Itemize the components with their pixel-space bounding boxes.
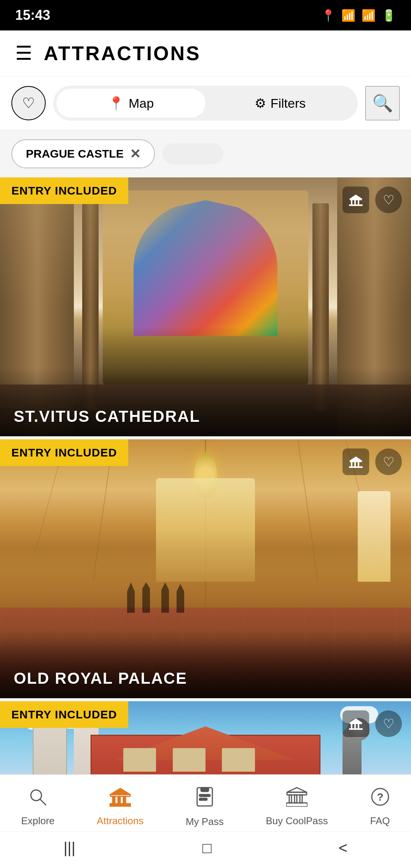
filter-sliders-icon: ⚙ [255,96,266,111]
page-title: ATTRACTIONS [44,42,201,65]
svg-marker-11 [349,456,363,461]
entry-badge: ENTRY INCLUDED [0,439,128,466]
filters-button[interactable]: ⚙ Filters [206,89,355,118]
svg-rect-33 [295,795,297,803]
svg-rect-12 [350,723,362,724]
svg-rect-0 [350,199,362,200]
signal-icon: 📶 [362,9,376,22]
buycoolpass-icon [286,787,307,811]
status-bar: 15:43 📍 📶 📶 🔋 [0,0,411,30]
svg-rect-31 [286,803,307,807]
back-button[interactable]: < [339,839,347,857]
location-icon: 📍 [321,9,335,22]
svg-rect-23 [118,796,120,804]
svg-rect-9 [354,462,356,466]
explore-icon [28,787,48,811]
map-label: Map [129,96,154,111]
card-overlay: OLD ROYAL PALACE [0,630,411,698]
filter-tag-label: PRAGUE CASTLE [26,147,124,160]
attraction-card-old-royal-palace[interactable]: ENTRY INCLUDED ♡ OLD ROYAL PALACE [0,439,411,698]
nav-item-buycoolpass[interactable]: Buy CoolPass [258,783,335,831]
nav-item-attractions[interactable]: Attractions [89,783,151,831]
svg-rect-10 [358,462,359,466]
map-pin-icon: 📍 [108,96,124,111]
header: ☰ ATTRACTIONS [0,30,411,77]
battery-icon: 🔋 [382,9,396,22]
svg-rect-3 [354,200,356,204]
nav-label-explore: Explore [21,815,54,827]
nav-label-attractions: Attractions [97,815,143,827]
nav-item-faq[interactable]: ? FAQ [363,783,398,831]
svg-rect-16 [358,724,359,728]
svg-rect-14 [351,724,352,728]
svg-text:?: ? [377,791,383,803]
svg-rect-8 [351,462,352,466]
nav-item-explore[interactable]: Explore [13,783,62,831]
nav-label-mypass: My Pass [186,816,224,828]
heart-icon: ♡ [22,95,35,112]
svg-rect-6 [350,461,362,462]
system-nav-bar: ||| □ < [0,831,411,868]
menu-button[interactable]: ☰ [15,44,32,63]
svg-marker-17 [349,718,363,723]
filters-label: Filters [271,96,306,111]
svg-point-18 [31,790,41,801]
card-title: ST.VITUS CATHEDRAL [14,407,200,426]
cards-container: ENTRY INCLUDED ♡ ST.VITUS CATHEDRAL [0,177,411,868]
svg-marker-35 [287,788,307,792]
svg-rect-29 [199,798,207,800]
filter-tag-remove-button[interactable]: ✕ [130,146,140,161]
svg-rect-34 [300,795,302,803]
card-favorite-button[interactable]: ♡ [375,710,402,737]
nav-item-mypass[interactable]: My Pass [178,782,231,831]
svg-rect-24 [123,796,126,804]
card-actions: ♡ [342,448,402,475]
card-favorite-button[interactable]: ♡ [375,448,402,475]
svg-rect-22 [113,796,115,804]
svg-line-19 [40,799,46,805]
entry-badge: ENTRY INCLUDED [0,177,128,204]
svg-rect-13 [349,728,363,730]
home-button[interactable]: □ [202,839,212,857]
map-button[interactable]: 📍 Map [56,89,206,118]
svg-rect-7 [349,466,363,468]
nav-label-buycoolpass: Buy CoolPass [266,815,328,827]
nav-label-faq: FAQ [370,815,390,827]
entry-badge: ENTRY INCLUDED [0,701,128,728]
mypass-icon [196,786,214,812]
museum-icon[interactable] [342,710,369,737]
svg-rect-28 [199,795,210,796]
recent-apps-button[interactable]: ||| [64,839,75,857]
svg-marker-25 [110,788,130,795]
card-actions: ♡ [342,187,402,213]
svg-rect-27 [201,788,209,791]
card-title: OLD ROYAL PALACE [14,669,187,688]
attraction-card-st-vitus[interactable]: ENTRY INCLUDED ♡ ST.VITUS CATHEDRAL [0,177,411,436]
museum-icon[interactable] [342,187,369,213]
favorites-button[interactable]: ♡ [11,86,46,120]
bottom-nav: Explore Attractions My Pass [0,774,411,838]
card-actions: ♡ [342,710,402,737]
map-filter-group: 📍 Map ⚙ Filters [53,86,358,121]
svg-rect-32 [289,795,292,803]
svg-rect-15 [354,724,356,728]
status-icons: 📍 📶 📶 🔋 [321,9,396,22]
toolbar: ♡ 📍 Map ⚙ Filters 🔍 [0,77,411,130]
search-icon: 🔍 [372,93,393,113]
filter-tag-prague-castle[interactable]: PRAGUE CASTLE ✕ [11,139,155,168]
svg-rect-1 [349,204,363,206]
attractions-icon [110,787,131,811]
faq-icon: ? [370,787,390,811]
search-button[interactable]: 🔍 [365,86,400,120]
card-favorite-button[interactable]: ♡ [375,187,402,213]
museum-icon[interactable] [342,448,369,475]
svg-rect-4 [358,200,359,204]
svg-rect-2 [351,200,352,204]
card-overlay: ST.VITUS CATHEDRAL [0,368,411,436]
svg-marker-5 [349,195,363,199]
status-time: 15:43 [15,7,50,23]
wifi-icon: 📶 [341,9,355,22]
filter-tag-placeholder [162,143,223,164]
filter-tag-bar: PRAGUE CASTLE ✕ [0,130,411,177]
